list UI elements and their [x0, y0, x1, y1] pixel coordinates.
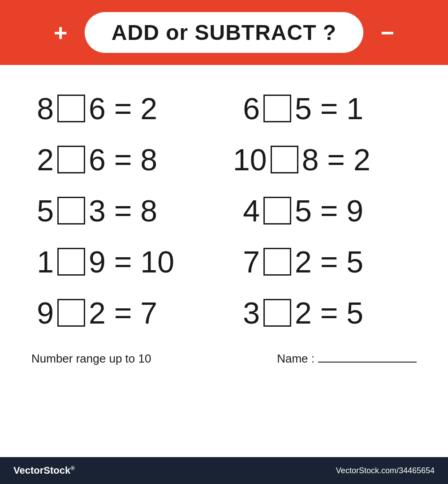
operator-box[interactable] — [57, 299, 85, 327]
problem-num1: 5 — [27, 193, 54, 228]
operator-box[interactable] — [263, 197, 291, 225]
header: + ADD or SUBTRACT ? − — [0, 0, 448, 65]
problem-num1: 7 — [233, 244, 260, 279]
problem-rest: 9 = 10 — [89, 244, 174, 279]
operator-box[interactable] — [57, 248, 85, 276]
plus-symbol: + — [54, 19, 67, 46]
name-input-line[interactable] — [318, 354, 417, 363]
number-range-label: Number range up to 10 — [31, 352, 151, 366]
operator-box[interactable] — [263, 95, 291, 122]
table-row: 45 = 9 — [233, 185, 421, 236]
problem-rest: 6 = 2 — [89, 91, 157, 126]
problem-num1: 3 — [233, 295, 260, 330]
problem-rest: 5 = 1 — [295, 91, 363, 126]
table-row: 72 = 5 — [233, 236, 421, 287]
operator-box[interactable] — [57, 197, 85, 225]
table-row: 108 = 2 — [233, 134, 421, 185]
table-row: 26 = 8 — [27, 134, 215, 185]
problem-rest: 3 = 8 — [89, 193, 157, 228]
table-row: 86 = 2 — [27, 83, 215, 134]
footer-info: Number range up to 10 Name : — [27, 352, 421, 366]
problem-rest: 2 = 5 — [295, 295, 363, 330]
problem-num1: 1 — [27, 244, 54, 279]
problem-num1: 9 — [27, 295, 54, 330]
page-title: ADD or SUBTRACT ? — [112, 21, 336, 44]
table-row: 53 = 8 — [27, 185, 215, 236]
problem-rest: 6 = 8 — [89, 142, 157, 177]
operator-box[interactable] — [57, 95, 85, 122]
operator-box[interactable] — [263, 248, 291, 276]
table-row: 65 = 1 — [233, 83, 421, 134]
operator-box[interactable] — [263, 299, 291, 327]
table-row: 19 = 10 — [27, 236, 215, 287]
table-row: 92 = 7 — [27, 287, 215, 338]
left-column: 86 = 226 = 853 = 819 = 1092 = 7 — [27, 83, 215, 338]
problem-rest: 5 = 9 — [295, 193, 363, 228]
problem-num1: 2 — [27, 142, 54, 177]
problem-num1: 6 — [233, 91, 260, 126]
problem-num1: 4 — [233, 193, 260, 228]
name-label: Name : — [277, 352, 314, 366]
main-content: 86 = 226 = 853 = 819 = 1092 = 7 65 = 110… — [0, 65, 448, 375]
problem-num1: 10 — [233, 142, 267, 177]
problem-rest: 8 = 2 — [302, 142, 370, 177]
title-box: ADD or SUBTRACT ? — [85, 12, 363, 53]
minus-symbol: − — [381, 19, 394, 46]
problem-rest: 2 = 7 — [89, 295, 157, 330]
vectorstock-url: VectorStock.com/34465654 — [336, 466, 435, 475]
operator-box[interactable] — [271, 146, 298, 173]
operator-box[interactable] — [57, 146, 85, 173]
right-column: 65 = 1108 = 245 = 972 = 532 = 5 — [233, 83, 421, 338]
bottom-bar: VectorStock® VectorStock.com/34465654 — [0, 457, 448, 484]
vectorstock-logo: VectorStock® — [13, 465, 75, 476]
problems-grid: 86 = 226 = 853 = 819 = 1092 = 7 65 = 110… — [27, 83, 421, 338]
problem-rest: 2 = 5 — [295, 244, 363, 279]
table-row: 32 = 5 — [233, 287, 421, 338]
name-field: Name : — [277, 352, 417, 366]
problem-num1: 8 — [27, 91, 54, 126]
